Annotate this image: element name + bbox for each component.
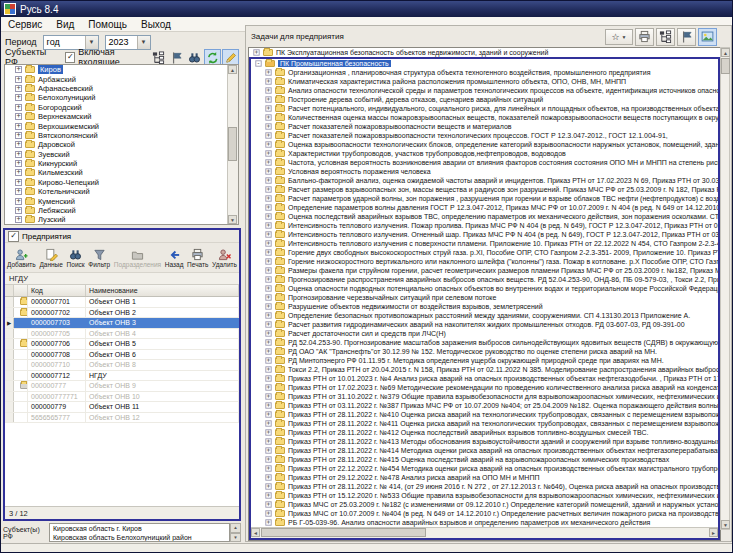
subject-tree-item[interactable]: +Зуевский (5, 150, 238, 159)
expand-icon[interactable]: + (15, 179, 22, 186)
subject-tree-item[interactable]: +Даровской (5, 140, 238, 149)
expand-icon[interactable]: + (265, 96, 271, 102)
scroll-left-icon[interactable]: ◄ (251, 528, 260, 537)
expand-icon[interactable]: + (15, 76, 22, 83)
task-tree-item[interactable]: +Приказ РТН от 17.02.2023 г. №69 Методич… (251, 383, 718, 392)
task-tree-item[interactable]: +Интенсивность теплового излучения. Огне… (251, 230, 718, 239)
expand-icon[interactable]: + (265, 510, 271, 516)
task-tree-item[interactable]: +Прогнозирование распространения аварийн… (251, 275, 718, 284)
expand-icon[interactable]: + (265, 339, 271, 345)
task-tree-item[interactable]: +Приказ МЧС от 25.03.2009 г. №182 (с изм… (251, 500, 718, 509)
scroll-up-icon[interactable]: ▲ (721, 48, 730, 57)
print-icon[interactable] (635, 28, 654, 46)
expand-icon[interactable]: + (15, 104, 22, 111)
toolbar-button-print[interactable]: Печать (187, 244, 208, 271)
task-tree-item[interactable]: +Приказ РТН от 28.11.2022 г. № 414, (от … (251, 482, 718, 491)
task-tree-item[interactable]: +Расчет размеров взрывоопасных зон, масс… (251, 185, 718, 194)
expand-icon[interactable]: + (265, 150, 271, 156)
task-tree-item[interactable]: +Приказ РТН от 28.11.2022 г. №413 Методы… (251, 437, 718, 446)
expand-icon[interactable]: + (265, 312, 271, 318)
task-tree-item[interactable]: +Токси 2.2, Приказ РТН от 20.04.2015 г. … (251, 365, 718, 374)
footer-subject-line[interactable]: Кировская область г. Киров (50, 524, 229, 533)
subject-tree-item[interactable]: +Афанасьевский (5, 84, 238, 93)
enterprise-row[interactable]: 000000779Объект ОНВ 11 (5, 402, 239, 413)
enterprises-checkbox[interactable]: ✓ (8, 231, 19, 242)
task-tree-item[interactable]: +РД ОАО "АК "Транснефть"от 30.12.99 № 15… (251, 347, 718, 356)
expand-icon[interactable]: + (15, 123, 22, 130)
expand-icon[interactable]: + (265, 393, 271, 399)
expand-icon[interactable]: + (265, 132, 271, 138)
subject-tree-item[interactable]: +Лузский (5, 215, 238, 224)
expand-icon[interactable]: + (265, 366, 271, 372)
scrollbar-thumb[interactable] (721, 58, 730, 74)
task-tree-item[interactable]: +Приказ РТН от 29.12.2022 г. №478 Анализ… (251, 473, 718, 482)
task-tree-item[interactable]: +Определение безопасных противопожарных … (251, 311, 718, 320)
task-tree-item[interactable]: +Построение дерева событий, дерева отказ… (251, 95, 718, 104)
expand-icon[interactable]: + (265, 501, 271, 507)
expand-icon[interactable]: + (265, 348, 271, 354)
menu-item-help[interactable]: Помощь (81, 19, 134, 30)
task-tree-item[interactable]: +Климатическая характеристика района рас… (251, 77, 718, 86)
expand-icon[interactable]: + (15, 207, 22, 214)
expand-icon[interactable]: + (265, 321, 271, 327)
scroll-right-icon[interactable]: ► (709, 528, 718, 537)
footer-subject-line[interactable]: Кировская область Белохолуницкий район (50, 533, 229, 542)
image-icon[interactable] (698, 28, 717, 46)
subject-tree-item[interactable]: +Лебяжский (5, 206, 238, 215)
task-tree-item[interactable]: +Анализ опасности технологической среды … (251, 86, 718, 95)
task-tree-item[interactable]: +Расчет показателей пожаровзрывоопасност… (251, 122, 718, 131)
expand-icon[interactable]: + (265, 411, 271, 417)
binoculars-icon[interactable] (186, 49, 203, 65)
task-tree-item[interactable]: +Расчет развития гидродинамических авари… (251, 320, 718, 329)
scrollbar-thumb[interactable] (261, 528, 426, 537)
expand-icon[interactable]: + (253, 49, 259, 55)
subject-tree-item[interactable]: +Котельничский (5, 187, 238, 196)
expand-icon[interactable]: + (265, 267, 271, 273)
expand-icon[interactable]: + (265, 204, 271, 210)
expand-icon[interactable]: + (265, 159, 271, 165)
hierarchy-icon[interactable] (656, 28, 675, 46)
enterprise-row[interactable]: 0000007706Объект ОНВ 5 (5, 339, 239, 350)
expand-icon[interactable]: + (15, 198, 22, 205)
task-tree-item[interactable]: +ПК Эксплуатационная безопасность объект… (249, 48, 720, 57)
expand-icon[interactable]: + (265, 114, 271, 120)
scrollbar-thumb[interactable] (228, 127, 237, 161)
expand-icon[interactable]: + (15, 132, 22, 139)
subject-tree-item[interactable]: +Кикнурский (5, 159, 238, 168)
task-tree-item[interactable]: +Балльно-факторной анализ, оценка ожидае… (251, 176, 718, 185)
flag-icon[interactable] (168, 49, 185, 65)
expand-icon[interactable]: + (265, 213, 271, 219)
task-tree-item[interactable]: +Приказ РТН от 15.12.2020 г. №533 Общие … (251, 491, 718, 500)
task-tree-item[interactable]: +Расчет параметров ударной волны, зон по… (251, 194, 718, 203)
include-incoming-checkbox[interactable]: ✓ (65, 52, 75, 63)
subjects-tree-scrollbar[interactable]: ▲ ▼ (227, 65, 238, 224)
hierarchy-icon[interactable] (150, 49, 167, 65)
toolbar-button-edit[interactable]: Данные (39, 244, 62, 271)
subject-tree-item[interactable]: +Верхнекамский (5, 112, 238, 121)
subject-tree-item[interactable]: +Верхошижемский (5, 121, 238, 130)
task-tree-item[interactable]: +Приказ РТН от 28.11.2022 г. №414 Методи… (251, 446, 718, 455)
enterprise-row[interactable]: 000000777771Объект ОНВ 10 (5, 392, 239, 403)
expand-icon[interactable]: + (265, 240, 271, 246)
expand-icon[interactable]: + (265, 519, 271, 525)
task-tree-item[interactable]: +Горение двух свободных высокоскоростных… (251, 248, 718, 257)
expand-icon[interactable]: + (265, 330, 271, 336)
task-tree-item[interactable]: +Приказ РТН от 28.11.2022 г. №412 Оценка… (251, 428, 718, 437)
task-tree-item[interactable]: +Приказ РТН от 28.11.2022 г. №415 Оценка… (251, 455, 718, 464)
expand-icon[interactable]: + (265, 375, 271, 381)
task-tree-item[interactable]: +РБ Г-05-039-96. Анализ опасности аварий… (251, 518, 718, 527)
enterprise-row[interactable]: 0000007705Объект ОНВ 4 (5, 329, 239, 340)
expand-icon[interactable]: + (265, 474, 271, 480)
expand-icon[interactable]: + (265, 447, 271, 453)
enterprise-row[interactable]: ▶0000007703Объект ОНВ 3 (5, 318, 239, 329)
expand-icon[interactable]: + (15, 188, 22, 195)
expand-icon[interactable]: + (15, 85, 22, 92)
expand-icon[interactable]: + (265, 123, 271, 129)
subject-tree-item[interactable]: +Арбажский (5, 74, 238, 83)
expand-icon[interactable]: + (265, 231, 271, 237)
enterprises-filter-band[interactable]: НГДУ (5, 273, 239, 285)
expand-icon[interactable]: + (265, 141, 271, 147)
expand-icon[interactable]: + (265, 465, 271, 471)
expand-icon[interactable]: + (265, 222, 271, 228)
toolbar-button-person_delete[interactable]: Удалить (212, 244, 237, 271)
